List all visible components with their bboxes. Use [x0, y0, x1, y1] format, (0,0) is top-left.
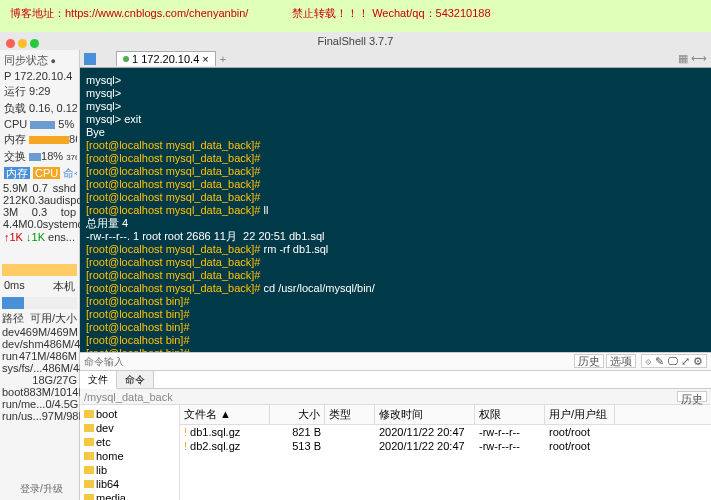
tree-item[interactable]: home	[82, 449, 177, 463]
file-row[interactable]: ! db1.sql.gz821 B2020/11/22 20:47-rw-r--…	[180, 425, 711, 439]
history-button[interactable]: 历史	[574, 354, 604, 368]
home-icon[interactable]	[84, 53, 96, 65]
grid-icon[interactable]: ▦ ⟷	[678, 52, 707, 65]
tree-item[interactable]: etc	[82, 435, 177, 449]
tree-item[interactable]: dev	[82, 421, 177, 435]
command-input[interactable]	[84, 356, 572, 367]
watermark-banner: 博客地址：https://www.cnblogs.com/chenyanbin/…	[0, 0, 711, 32]
tab-files[interactable]: 文件	[80, 371, 117, 389]
command-input-bar: 历史选项 ⟐ ✎ 🖵 ⤢ ⚙	[80, 352, 711, 370]
file-list-header[interactable]: 文件名 ▲大小类型修改时间权限用户/用户组	[180, 405, 711, 425]
toolbar-icons[interactable]: ⟐ ✎ 🖵 ⤢ ⚙	[641, 354, 707, 368]
tree-item[interactable]: media	[82, 491, 177, 500]
file-row[interactable]: ! db2.sql.gz513 B2020/11/22 20:47-rw-r--…	[180, 439, 711, 453]
folder-tree[interactable]: bootdevetchomeliblib64mediamntmysql_data…	[80, 405, 180, 500]
tab-commands[interactable]: 命令	[117, 371, 154, 388]
current-path[interactable]: /mysql_data_back	[84, 391, 173, 402]
network-graph	[2, 246, 77, 276]
tree-item[interactable]: lib	[82, 463, 177, 477]
session-tabbar: 1 172.20.10.4× + ▦ ⟷	[80, 50, 711, 68]
tree-item[interactable]: lib64	[82, 477, 177, 491]
app-title: FinalShell 3.7.7	[318, 35, 394, 47]
terminal[interactable]: mysql> mysql> mysql> mysql> exit Bye [ro…	[80, 68, 711, 352]
options-button[interactable]: 选项	[606, 354, 636, 368]
login-link[interactable]: 登录/升级	[20, 482, 63, 496]
tree-item[interactable]: boot	[82, 407, 177, 421]
path-history-button[interactable]: 历史	[677, 391, 707, 402]
add-tab-icon[interactable]: +	[220, 53, 226, 65]
file-panel: 文件 命令 /mysql_data_back 历史 bootdevetchome…	[80, 370, 711, 500]
system-sidebar: 同步状态 ● P 172.20.10.4 运行 9:29 负载 0.16, 0.…	[0, 50, 80, 500]
host-tab[interactable]: 1 172.20.10.4×	[116, 51, 216, 66]
window-titlebar: FinalShell 3.7.7	[0, 32, 711, 50]
